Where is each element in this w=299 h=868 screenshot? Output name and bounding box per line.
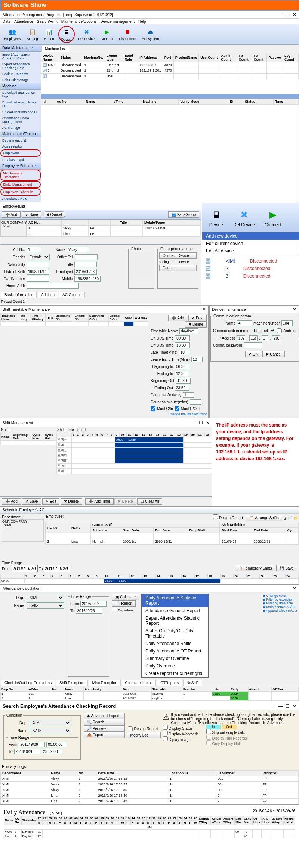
- shift-row[interactable]: 星期一09:30 18:30: [57, 437, 212, 443]
- report-overtime[interactable]: Daily Overtime: [142, 662, 208, 670]
- image-check[interactable]: [163, 736, 168, 741]
- end-out-input[interactable]: [175, 385, 189, 391]
- menu-help[interactable]: Help: [138, 19, 146, 24]
- menu-edit-current[interactable]: Edit current device: [202, 240, 299, 247]
- device-zoom-button[interactable]: 🖥Device: [205, 206, 227, 229]
- adv-export-button[interactable]: ◆ Advanced Export: [84, 713, 125, 719]
- tab-clockin[interactable]: Clock In/Out Log Exceptions: [1, 680, 55, 686]
- dept-chk[interactable]: [112, 607, 117, 611]
- menu-attendance[interactable]: Attendance: [14, 19, 33, 24]
- end-in-input[interactable]: [175, 371, 189, 376]
- sidebar-item-empschedule[interactable]: Employee Schedule: [0, 188, 41, 196]
- table-row[interactable]: XIMILina22016/9/26 17:56:4212FP: [1, 799, 299, 804]
- devname-input[interactable]: [237, 320, 252, 326]
- table-row[interactable]: Normal9/261Week: [1, 441, 56, 445]
- ip1-input[interactable]: [237, 335, 245, 341]
- report-button[interactable]: 📊Report: [42, 26, 57, 43]
- shift-row[interactable]: 星期五: [57, 458, 212, 464]
- add-button[interactable]: ➕ Add: [2, 498, 21, 505]
- simple-check[interactable]: [206, 729, 211, 734]
- workday-input[interactable]: [183, 392, 194, 398]
- mobile-input[interactable]: [74, 276, 101, 282]
- sidebar-group-machine[interactable]: Machine: [0, 83, 41, 90]
- gender-select[interactable]: Female: [27, 254, 50, 260]
- begin-in-input[interactable]: [175, 364, 189, 369]
- preview-button[interactable]: 🔎 Preview: [84, 725, 125, 732]
- add-button[interactable]: ➕ Add: [168, 315, 187, 321]
- report-daily[interactable]: Daily Attendance Statistic Report: [142, 594, 208, 607]
- sidebar-item-download-logs[interactable]: Download attendance logs: [0, 90, 41, 99]
- filter-tt-link[interactable]: ◆ Filter by timetable: [263, 601, 293, 605]
- close-icon[interactable]: ✕: [293, 586, 296, 591]
- menu-add-device[interactable]: Add new device: [202, 232, 299, 240]
- sidebar-item-export[interactable]: Export Attendance Checking Data: [0, 61, 41, 71]
- only-null-check[interactable]: [206, 740, 211, 745]
- sidebar-group-schedule[interactable]: Employee Schedule: [0, 163, 41, 170]
- list-item[interactable]: 🔄XIMIDisconnected: [204, 257, 297, 265]
- tab-machinelist[interactable]: Machine List: [41, 46, 69, 52]
- device-button[interactable]: 🖥Device: [58, 26, 75, 43]
- dept-tree[interactable]: OUR COMPANY XIMI: [2, 519, 44, 542]
- cancel-button[interactable]: ✖ Cancel: [262, 351, 285, 357]
- report-staff[interactable]: Staff's On-Duty/Off-Duty Timetable: [142, 627, 208, 640]
- table-row[interactable]: XIMIVicky12016/9/26 17:56:331001FP: [1, 782, 299, 787]
- search-button[interactable]: 🔍 Search: [84, 719, 125, 725]
- employees-button[interactable]: 👥Employees: [2, 26, 23, 43]
- ip3-input[interactable]: [262, 335, 268, 341]
- list-item[interactable]: 🔄3Disconnected: [204, 272, 297, 280]
- table-row[interactable]: XIMILina22016/9/26 17:56:4012FP: [1, 793, 299, 799]
- dep-select[interactable]: XIMI: [27, 595, 64, 601]
- sidebar-group-data[interactable]: Data Maintenance: [0, 45, 41, 52]
- modifylog-button[interactable]: Modify Log: [127, 732, 161, 738]
- tab-miscexc[interactable]: Misc Exception: [89, 680, 120, 686]
- sidebar-item-usb[interactable]: Usb Disk Manage: [0, 77, 41, 83]
- delete-button[interactable]: ✖ Delete: [61, 498, 82, 505]
- table-row[interactable]: 🔄 3Disconnected1USB: [41, 74, 299, 79]
- sidebar-item-dept[interactable]: Department List: [0, 137, 41, 143]
- late-input[interactable]: [179, 350, 190, 355]
- sidebar-group-options[interactable]: Maintenance/Options: [0, 131, 41, 137]
- addtime-button[interactable]: ➕ Add Time: [85, 498, 113, 505]
- close-icon[interactable]: ✕: [206, 420, 210, 425]
- null-check[interactable]: [206, 735, 211, 740]
- shift-row[interactable]: 星期四: [57, 453, 212, 458]
- connect-zoom-button[interactable]: ▶Connect: [261, 206, 285, 229]
- name-select[interactable]: <All>: [27, 602, 64, 609]
- menu-search[interactable]: Search/Print: [37, 19, 58, 24]
- shift-row[interactable]: 星期二: [57, 443, 212, 448]
- save-button[interactable]: 💾 Save: [276, 565, 297, 571]
- commmode-select[interactable]: Ethernet: [251, 328, 275, 334]
- password-input[interactable]: [244, 342, 262, 348]
- calculate-button[interactable]: ▣ Calculate: [112, 594, 139, 600]
- shift-row[interactable]: 星期日: [57, 469, 212, 474]
- sidebar-item-backup[interactable]: Backup Database: [0, 71, 41, 77]
- employed-input[interactable]: [74, 269, 97, 275]
- temporary-shifts-button[interactable]: 📋 Temporary Shifts: [235, 565, 275, 571]
- list-item[interactable]: 🔄2Disconnected: [204, 265, 297, 272]
- sidebar-item-upload-user[interactable]: Upload user info and FP: [0, 109, 41, 115]
- must-cin-check[interactable]: [151, 406, 155, 411]
- report-button[interactable]: 📄 Report: [112, 600, 136, 607]
- design-check[interactable]: [128, 726, 133, 731]
- status-check[interactable]: [163, 725, 168, 730]
- maximize-icon[interactable]: ☐: [286, 12, 290, 17]
- table-row[interactable]: XIMIVicky12016/9/26 17:56:351001FP: [1, 787, 299, 793]
- edit-button[interactable]: ✎ Edit: [42, 498, 59, 505]
- from-time[interactable]: [46, 742, 67, 747]
- sidebar-item-shifts[interactable]: Shifts Management: [0, 181, 41, 188]
- dob-input[interactable]: [27, 269, 49, 275]
- sidebar-item-attrule[interactable]: Attendance Rule: [0, 196, 41, 202]
- maximize-icon[interactable]: ☐: [286, 704, 290, 709]
- maximize-icon[interactable]: ☐: [199, 420, 203, 425]
- menu-maintenance[interactable]: Maintenance/Options: [61, 19, 97, 24]
- tab-noshift[interactable]: NoShift: [183, 680, 202, 686]
- report-depart[interactable]: Depart Attendance Statistic Report: [142, 614, 208, 627]
- menu-edit-all[interactable]: Edit All device: [202, 247, 299, 255]
- close-icon[interactable]: ✕: [293, 704, 296, 709]
- aclog-button[interactable]: 📋AC Log: [25, 26, 40, 43]
- sidebar-item-dboption[interactable]: Database Option: [0, 157, 41, 163]
- table-row[interactable]: 2LinaNormal2000/1/12999/12/312016/9/2620…: [46, 539, 299, 545]
- save-button[interactable]: ✔ Save: [22, 498, 41, 505]
- to-date[interactable]: [14, 749, 40, 754]
- disconnect-button[interactable]: ⏹Disconnect: [117, 26, 138, 43]
